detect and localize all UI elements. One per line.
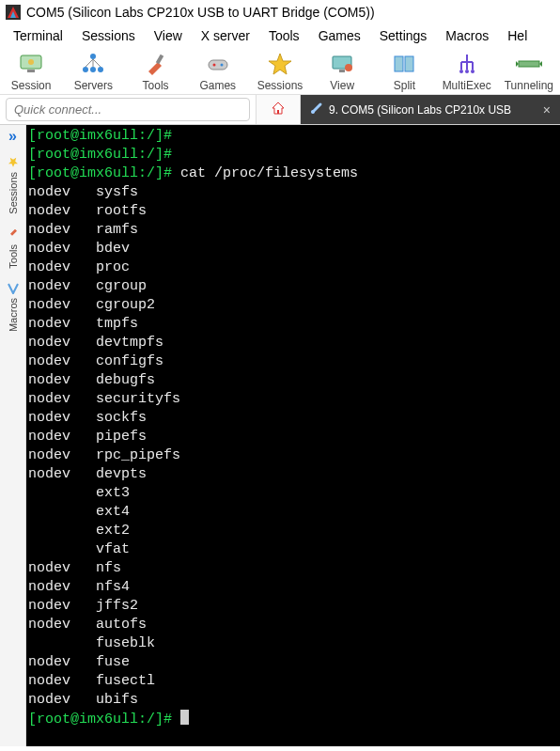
svg-rect-22 — [405, 56, 413, 71]
side-tab-label: Macros — [8, 298, 19, 332]
toolbar-split-button[interactable]: Split — [379, 51, 429, 92]
expand-panel-icon[interactable]: » — [2, 127, 24, 146]
svg-point-20 — [345, 64, 352, 71]
menu-help[interactable]: Hel — [498, 26, 537, 45]
svg-marker-17 — [269, 54, 291, 74]
svg-point-24 — [465, 70, 469, 73]
tunnel-icon — [516, 51, 542, 77]
toolbar-label: Tools — [143, 79, 169, 92]
side-tab-sessions[interactable]: Sessions — [6, 149, 21, 222]
toolbar-label: View — [330, 79, 354, 92]
svg-point-7 — [83, 67, 88, 72]
tab-row: 9. COM5 (Silicon Labs CP210x USB × — [0, 95, 560, 125]
toolbar-servers-button[interactable]: Servers — [68, 51, 118, 92]
toolbar-games-button[interactable]: Games — [193, 51, 243, 92]
toolbar-tools-button[interactable]: Tools — [130, 51, 180, 92]
svg-point-6 — [90, 54, 96, 59]
display-icon — [329, 51, 355, 77]
toolbar-view-button[interactable]: View — [317, 51, 367, 92]
terminal-pane[interactable]: [root@imx6ull:/]# [root@imx6ull:/]# [roo… — [26, 125, 560, 746]
svg-line-12 — [93, 59, 101, 67]
svg-point-5 — [28, 59, 34, 65]
svg-rect-19 — [339, 70, 345, 72]
window-title: COM5 (Silicon Labs CP210x USB to UART Br… — [26, 5, 375, 20]
tab-label: 9. COM5 (Silicon Labs CP210x USB — [329, 103, 536, 117]
tab-session-com5[interactable]: 9. COM5 (Silicon Labs CP210x USB × — [301, 95, 560, 124]
quick-connect-field[interactable] — [6, 98, 250, 121]
svg-point-23 — [459, 70, 463, 73]
side-tab-label: Tools — [8, 244, 19, 269]
multiexec-icon — [454, 51, 480, 77]
side-tab-macros[interactable]: Macros — [6, 275, 21, 339]
toolbar-tunneling-button[interactable]: Tunneling — [504, 51, 554, 92]
svg-rect-4 — [27, 70, 35, 72]
svg-rect-26 — [519, 61, 539, 67]
tab-home[interactable] — [256, 95, 301, 124]
toolbar-label: Tunneling — [505, 79, 553, 92]
toolbar-sessions-button[interactable]: Sessions — [255, 51, 305, 92]
menu-settings[interactable]: Settings — [370, 26, 437, 45]
network-icon — [80, 51, 106, 77]
menu-terminal[interactable]: Terminal — [4, 26, 72, 45]
svg-point-25 — [471, 70, 474, 73]
toolbar-label: Sessions — [257, 79, 303, 92]
side-tab-tools[interactable]: Tools — [6, 222, 21, 276]
close-icon[interactable]: × — [543, 102, 551, 117]
menu-macros[interactable]: Macros — [436, 26, 498, 45]
main-toolbar: Session Servers Tools Games Sessions Vie… — [0, 47, 560, 95]
svg-point-15 — [212, 64, 215, 67]
gamepad-icon — [205, 51, 231, 77]
main-area: » Sessions Tools Macros [root@imx6ull:/]… — [0, 125, 560, 746]
app-icon — [6, 5, 21, 20]
svg-point-9 — [90, 67, 96, 72]
toolbar-session-button[interactable]: Session — [6, 51, 56, 92]
home-icon — [271, 101, 286, 118]
macro-icon — [8, 283, 19, 294]
toolbar-multiexec-button[interactable]: MultiExec — [442, 51, 492, 92]
svg-rect-21 — [395, 56, 403, 71]
svg-line-11 — [86, 59, 93, 67]
toolbar-label: Session — [11, 79, 52, 92]
window-titlebar: COM5 (Silicon Labs CP210x USB to UART Br… — [0, 0, 560, 24]
toolbar-label: Games — [199, 79, 236, 92]
svg-marker-32 — [8, 158, 18, 167]
monitor-icon — [18, 51, 44, 77]
toolbar-label: Servers — [74, 79, 113, 92]
star-icon — [8, 157, 19, 168]
left-side-panel: » Sessions Tools Macros — [0, 125, 26, 746]
star-icon — [267, 51, 293, 77]
menu-view[interactable]: View — [145, 26, 192, 45]
toolbar-label: Split — [394, 79, 415, 92]
split-icon — [391, 51, 417, 77]
menu-tools[interactable]: Tools — [259, 26, 309, 45]
menu-xserver[interactable]: X server — [192, 26, 259, 45]
svg-point-8 — [98, 67, 103, 72]
svg-rect-13 — [155, 55, 163, 65]
tools-icon — [143, 51, 169, 77]
svg-point-16 — [220, 64, 223, 67]
toolbar-label: MultiExec — [443, 79, 491, 92]
menu-sessions[interactable]: Sessions — [72, 26, 145, 45]
svg-point-31 — [311, 110, 315, 114]
menu-bar: Terminal Sessions View X server Tools Ga… — [0, 24, 560, 47]
quick-connect-input[interactable] — [14, 102, 241, 117]
menu-games[interactable]: Games — [309, 26, 370, 45]
serial-icon — [310, 102, 323, 117]
tools-icon — [8, 229, 19, 241]
svg-rect-14 — [209, 60, 227, 70]
svg-rect-30 — [277, 110, 279, 114]
side-tab-label: Sessions — [8, 172, 19, 214]
